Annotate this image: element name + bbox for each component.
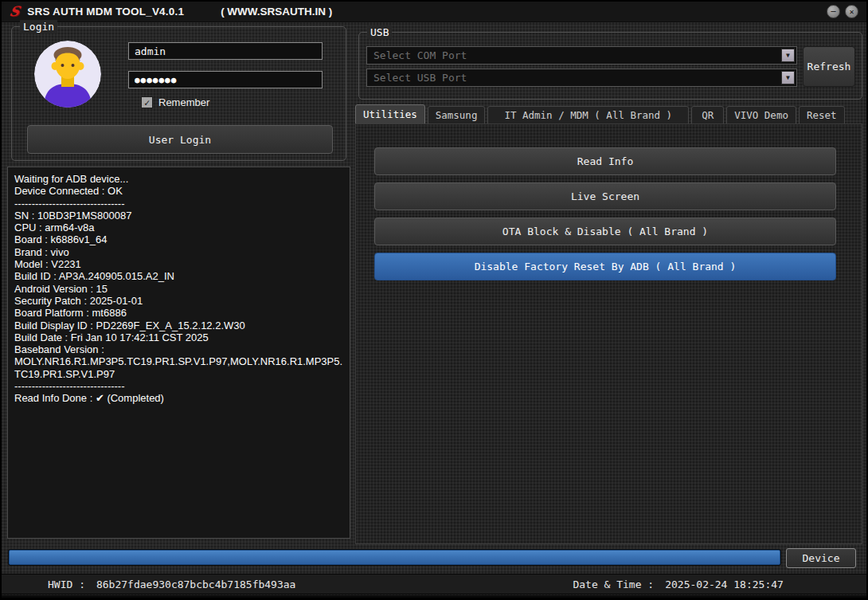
log-line: Security Patch : 2025-01-01 [14, 295, 343, 307]
tab[interactable]: Utilities [355, 104, 425, 124]
user-avatar [34, 41, 101, 108]
log-line: SN : 10BD3P1MS800087 [14, 210, 343, 222]
log-line: CPU : arm64-v8a [14, 222, 343, 233]
datetime-block: Date & Time : 2025-02-24 18:25:47 [573, 578, 783, 590]
log-line: Board Platform : mt6886 [14, 307, 343, 319]
log-line: Brand : vivo [14, 246, 343, 258]
usb-port-select[interactable]: Select USB Port ▼ [366, 69, 797, 87]
log-line: Build ID : AP3A.240905.015.A2_IN [14, 270, 343, 282]
hwid-label: HWID : [48, 578, 85, 590]
log-line: -------------------------------- [14, 380, 343, 392]
action-button[interactable]: Live Screen [374, 182, 836, 210]
window-controls: ─ ✕ [827, 5, 858, 18]
app-window: S SRS AUTH MDM TOOL_V4.0.1 ( WWW.SRSAUTH… [2, 2, 866, 598]
usb-port-placeholder: Select USB Port [373, 72, 467, 84]
hwid-value: 86b27fdae930c87bcbc4b7185fb493aa [96, 578, 295, 590]
close-icon[interactable]: ✕ [845, 5, 858, 18]
log-line: Waiting for ADB device... [14, 173, 343, 185]
log-line: Read Info Done : ✔ (Completed) [14, 392, 343, 404]
com-port-placeholder: Select COM Port [373, 49, 467, 61]
status-bar: HWID : 86b27fdae930c87bcbc4b7185fb493aa … [2, 574, 866, 594]
action-button[interactable]: Read Info [374, 147, 836, 175]
bottom-strip [2, 595, 866, 598]
com-port-select[interactable]: Select COM Port ▼ [366, 46, 797, 65]
device-button[interactable]: Device [786, 548, 856, 568]
log-line: Baseband Version : [14, 343, 343, 355]
tab[interactable]: Samsung [428, 106, 486, 124]
usb-group: USB Select COM Port ▼ Select USB Port ▼ … [358, 32, 862, 100]
log-line: Model : V2231 [14, 258, 343, 270]
remember-checkbox[interactable]: ✓ [141, 96, 153, 108]
password-input[interactable] [128, 71, 323, 88]
app-title: SRS AUTH MDM TOOL_V4.0.1 [27, 6, 184, 18]
log-line: Android Version : 15 [14, 283, 343, 295]
title-bar: S SRS AUTH MDM TOOL_V4.0.1 ( WWW.SRSAUTH… [2, 2, 866, 22]
login-group-label: Login [20, 20, 57, 33]
log-line: MOLY.NR16.R1.MP3P5.TC19.PR1.SP.V1.P97,MO… [14, 355, 343, 380]
tab[interactable]: IT Admin / MDM ( All Brand ) [487, 106, 689, 124]
tab-bar: UtilitiesSamsungIT Admin / MDM ( All Bra… [355, 104, 845, 124]
tab[interactable]: VIVO Demo [726, 106, 796, 124]
action-button[interactable]: OTA Block & Disable ( All Brand ) [374, 218, 836, 245]
usb-group-label: USB [367, 25, 392, 39]
progress-bar-fill [9, 550, 780, 565]
chevron-down-icon[interactable]: ▼ [781, 71, 795, 84]
app-logo-icon: S [8, 5, 21, 18]
tab[interactable]: Reset [799, 106, 845, 124]
remember-label: Remember [158, 96, 209, 108]
log-line: -------------------------------- [14, 198, 343, 210]
log-line: Build Display ID : PD2269F_EX_A_15.2.12.… [14, 320, 343, 331]
utilities-tab-page: Read InfoLive ScreenOTA Block & Disable … [355, 124, 862, 544]
datetime-value: 2025-02-24 18:25:47 [665, 578, 784, 590]
log-line: Device Connected : OK [14, 185, 343, 197]
remember-row: ✓ Remember [141, 96, 209, 108]
log-output[interactable]: Waiting for ADB device...Device Connecte… [7, 167, 350, 539]
datetime-label: Date & Time : [573, 578, 654, 590]
progress-bar [8, 549, 781, 566]
username-input[interactable] [128, 42, 323, 60]
refresh-button[interactable]: Refresh [803, 46, 855, 87]
minimize-icon[interactable]: ─ [827, 5, 840, 18]
user-login-button[interactable]: User Login [27, 125, 333, 154]
action-button[interactable]: Disable Factory Reset By ADB ( All Brand… [374, 253, 836, 280]
hwid-block: HWID : 86b27fdae930c87bcbc4b7185fb493aa [48, 578, 295, 590]
app-subtitle: ( WWW.SRSAUTH.IN ) [221, 6, 332, 18]
tab[interactable]: QR [691, 106, 724, 124]
log-line: Board : k6886v1_64 [14, 233, 343, 245]
action-button-list: Read InfoLive ScreenOTA Block & Disable … [374, 147, 836, 280]
chevron-down-icon[interactable]: ▼ [781, 49, 795, 62]
login-group: Login ✓ Remember User Login [11, 26, 346, 161]
log-line: Build Date : Fri Jan 10 17:42:11 CST 202… [14, 331, 343, 343]
